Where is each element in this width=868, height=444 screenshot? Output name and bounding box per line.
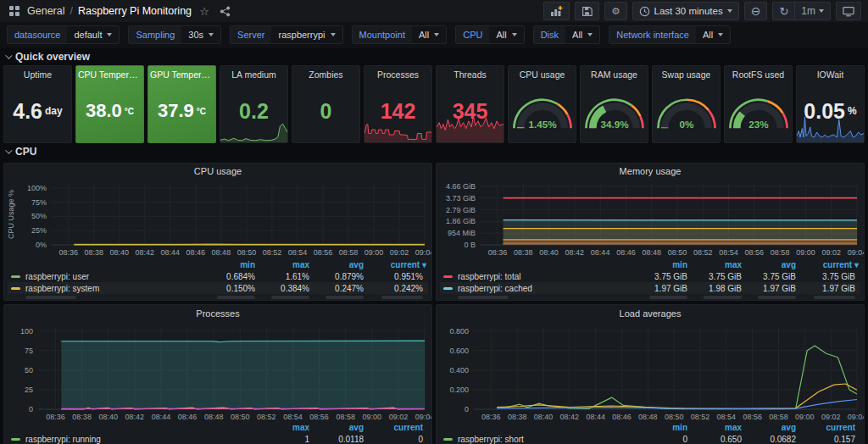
panel-title[interactable]: Load averages bbox=[437, 305, 864, 322]
svg-text:08:36: 08:36 bbox=[488, 248, 508, 257]
panel-title[interactable]: Processes bbox=[377, 66, 419, 80]
panel-title[interactable]: Zombies bbox=[309, 66, 342, 80]
svg-text:954 MiB: 954 MiB bbox=[448, 229, 476, 237]
svg-text:09:04: 09:04 bbox=[415, 248, 431, 257]
legend-column-current[interactable]: current ▾ bbox=[801, 260, 860, 269]
stat-value: 4.6day bbox=[4, 80, 71, 142]
svg-text:08:50: 08:50 bbox=[668, 248, 687, 257]
row-header-cpu[interactable]: CPU bbox=[0, 143, 868, 160]
refresh-icon[interactable]: ↻ bbox=[773, 3, 794, 19]
chart-plot-area[interactable]: 025507510008:3608:3808:4008:4208:4408:46… bbox=[4, 322, 431, 422]
variable-value-dropdown[interactable]: All bbox=[489, 26, 523, 43]
svg-text:09:00: 09:00 bbox=[364, 248, 384, 257]
panel-title[interactable]: RAM usage bbox=[591, 66, 637, 80]
kiosk-tv-icon[interactable] bbox=[836, 2, 861, 20]
svg-text:08:58: 08:58 bbox=[771, 248, 790, 257]
variable-value-dropdown[interactable]: raspberrypi bbox=[271, 26, 342, 43]
legend-value: 3.75 GiB bbox=[693, 272, 747, 281]
legend-column-min[interactable]: min bbox=[638, 423, 693, 432]
zoom-out-time-icon[interactable]: ⊖ bbox=[744, 2, 768, 20]
svg-text:0: 0 bbox=[465, 405, 469, 413]
gauge-value: 34.9% bbox=[600, 119, 629, 130]
svg-text:09:02: 09:02 bbox=[821, 413, 841, 421]
svg-text:0.800: 0.800 bbox=[449, 327, 469, 336]
panel-title[interactable]: Uptime bbox=[24, 66, 52, 80]
refresh-interval-dropdown[interactable]: 1m bbox=[794, 3, 830, 19]
save-dashboard-icon[interactable] bbox=[575, 2, 599, 20]
svg-text:09:02: 09:02 bbox=[390, 248, 409, 257]
row-header-quick-overview[interactable]: Quick overview bbox=[0, 48, 868, 65]
legend-series-toggle[interactable]: raspberrypi: user bbox=[8, 272, 206, 281]
legend-column-current[interactable]: current ▾ bbox=[369, 260, 428, 269]
panel-title[interactable]: IOWait bbox=[817, 66, 844, 80]
row-title: CPU bbox=[15, 146, 36, 158]
panel-title[interactable]: Processes bbox=[4, 305, 431, 322]
variable-value-dropdown[interactable]: All bbox=[412, 26, 446, 43]
legend-value: 0 bbox=[638, 435, 693, 444]
variable-value-dropdown[interactable]: 30s bbox=[181, 26, 220, 43]
legend-column-max[interactable]: max bbox=[693, 423, 747, 432]
variable-network-interface: Network interfaceAll bbox=[609, 25, 731, 44]
gauge-value: 0% bbox=[679, 119, 694, 130]
add-panel-button[interactable] bbox=[543, 2, 570, 20]
chart-plot-area[interactable]: 0 B954 MiB1.86 GiB2.79 GiB3.73 GiB4.66 G… bbox=[437, 179, 864, 259]
legend-column-avg[interactable]: avg bbox=[747, 260, 801, 269]
legend-row: raspberrypi: user0.684%1.61%0.879%0.951% bbox=[8, 270, 428, 282]
breadcrumb-folder[interactable]: General bbox=[27, 5, 64, 17]
panel-title[interactable]: Threads bbox=[453, 66, 487, 80]
svg-text:08:54: 08:54 bbox=[283, 413, 303, 421]
legend-series-toggle[interactable]: raspberrypi: total bbox=[440, 272, 638, 281]
legend-column-max[interactable]: max bbox=[260, 260, 314, 269]
dashboard-title[interactable]: Raspberry Pi Monitoring bbox=[78, 5, 192, 17]
legend-series-toggle[interactable]: raspberrypi: running bbox=[8, 435, 260, 444]
svg-text:09:00: 09:00 bbox=[363, 413, 382, 421]
legend-column-min[interactable]: min bbox=[206, 260, 260, 269]
chart-plot-area[interactable]: 0%25%50%75%100%08:3608:3808:4008:4208:44… bbox=[4, 179, 431, 259]
dashboards-grid-icon[interactable] bbox=[7, 3, 22, 19]
graph-panel-processes: Processes025507510008:3608:3808:4008:420… bbox=[3, 304, 432, 444]
legend-column-current[interactable]: current bbox=[369, 423, 428, 432]
panel-title[interactable]: Memory usage bbox=[437, 164, 864, 179]
dashboard-body: Quick overview Uptime4.6dayCPU Temperat.… bbox=[0, 48, 868, 444]
legend-series-toggle[interactable]: raspberrypi: short bbox=[440, 435, 638, 444]
panel-title[interactable]: RootFS used bbox=[732, 66, 784, 80]
legend-series-toggle[interactable]: raspberrypi: system bbox=[8, 284, 206, 293]
legend-column-current[interactable]: current bbox=[801, 423, 860, 432]
panel-title[interactable]: CPU Temperat... bbox=[78, 66, 142, 80]
legend-column-max[interactable]: max bbox=[693, 260, 747, 269]
chevron-down-icon bbox=[331, 33, 336, 36]
svg-text:08:46: 08:46 bbox=[186, 248, 206, 257]
legend-column-min[interactable]: min bbox=[638, 260, 693, 269]
share-icon[interactable] bbox=[217, 3, 232, 19]
legend-column-avg[interactable]: avg bbox=[314, 423, 369, 432]
dashboard-settings-gear-icon[interactable]: ⚙ bbox=[604, 2, 626, 20]
variable-selected-value: All bbox=[419, 30, 429, 40]
stat-panel-la-medium: LA medium0.2 bbox=[220, 65, 288, 143]
svg-text:08:56: 08:56 bbox=[743, 413, 762, 421]
svg-text:75: 75 bbox=[25, 347, 33, 355]
panel-title[interactable]: CPU usage bbox=[4, 164, 431, 179]
panel-title[interactable]: Swap usage bbox=[662, 66, 711, 80]
panel-title[interactable]: CPU usage bbox=[520, 66, 565, 80]
variable-value-dropdown[interactable]: All bbox=[565, 26, 599, 43]
legend-series-name: raspberrypi: system bbox=[25, 284, 99, 293]
stat-value: 23% bbox=[725, 80, 792, 142]
legend-series-toggle[interactable]: raspberrypi: cached bbox=[440, 284, 638, 293]
legend-column-avg[interactable]: avg bbox=[314, 260, 369, 269]
stat-panel-uptime: Uptime4.6day bbox=[3, 65, 72, 143]
time-range-picker[interactable]: Last 30 minutes bbox=[632, 2, 739, 20]
stat-panel-threads: Threads345 bbox=[436, 65, 504, 143]
grafana-dashboard: General / Raspberry Pi Monitoring ☆ ⚙ La… bbox=[0, 0, 868, 444]
variable-value-dropdown[interactable]: default bbox=[67, 26, 119, 43]
panel-title[interactable]: LA medium bbox=[231, 66, 276, 80]
legend-column-max[interactable]: max bbox=[260, 423, 314, 432]
svg-text:08:42: 08:42 bbox=[136, 248, 155, 257]
stat-value: 0 bbox=[292, 80, 359, 142]
variable-value-dropdown[interactable]: All bbox=[696, 26, 730, 43]
panel-title[interactable]: GPU Temperat... bbox=[150, 66, 214, 80]
stat-unit: day bbox=[45, 105, 63, 117]
star-icon[interactable]: ☆ bbox=[197, 3, 212, 19]
legend-column-avg[interactable]: avg bbox=[747, 423, 801, 432]
chart-plot-area[interactable]: 00.2000.4000.6000.80008:3608:3808:4008:4… bbox=[437, 322, 864, 422]
chevron-down-icon bbox=[512, 33, 517, 36]
